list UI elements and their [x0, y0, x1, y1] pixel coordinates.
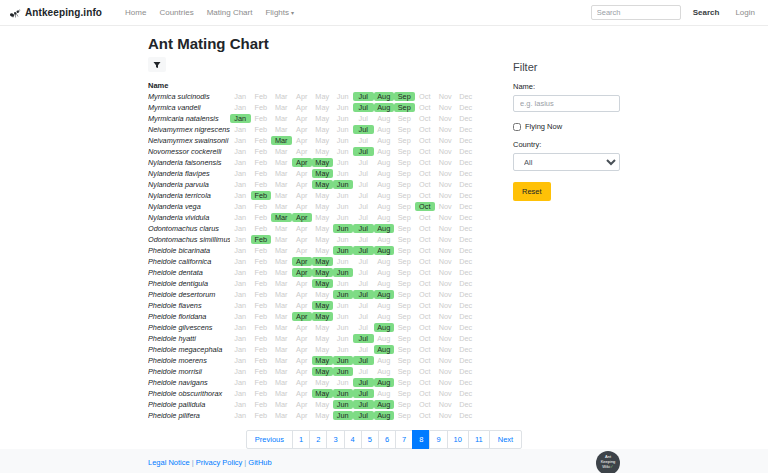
- month-cell-feb: Feb: [251, 136, 272, 146]
- month-cell-mar: Mar: [271, 290, 292, 300]
- month-cell-jan: Jan: [230, 213, 251, 223]
- privacy-policy-link[interactable]: Privacy Policy: [196, 458, 243, 467]
- species-name: Nylanderia terricola: [148, 191, 230, 200]
- page-button-11[interactable]: 11: [468, 430, 490, 449]
- month-cell-aug: Aug: [374, 103, 395, 113]
- month-cell-jan: Jan: [230, 400, 251, 410]
- month-cell-mar: Mar: [271, 114, 292, 124]
- name-column-header: Name: [148, 81, 230, 90]
- page-button-6[interactable]: 6: [378, 430, 396, 449]
- month-cell-jul: Jul: [353, 334, 374, 344]
- month-cell-jul: Jul: [353, 147, 374, 157]
- github-link[interactable]: GitHub: [248, 458, 271, 467]
- table-row: Myrmicaria natalensisJanFebMarAprMayJunJ…: [148, 113, 499, 124]
- month-cell-mar: Mar: [271, 136, 292, 146]
- flying-now-row: Flying Now: [513, 122, 620, 131]
- month-cell-jun: Jun: [333, 224, 354, 234]
- month-cell-jan: Jan: [230, 411, 251, 421]
- month-cell-mar: Mar: [271, 312, 292, 322]
- flying-now-checkbox[interactable]: [513, 123, 521, 131]
- month-cell-mar: Mar: [271, 389, 292, 399]
- page-button-4[interactable]: 4: [344, 430, 362, 449]
- antkeeping-wiki-badge[interactable]: Ant Keeping Wiki✓: [596, 451, 620, 473]
- species-name: Pheidole dentata: [148, 268, 230, 277]
- footer-separator: |: [192, 458, 194, 467]
- page-button-9[interactable]: 9: [429, 430, 447, 449]
- month-cell-jul: Jul: [353, 246, 374, 256]
- month-cell-feb: Feb: [251, 301, 272, 311]
- month-cell-sep: Sep: [394, 114, 415, 124]
- species-name: Pheidole californica: [148, 257, 230, 266]
- search-input[interactable]: [591, 5, 681, 20]
- month-cell-mar: Mar: [271, 301, 292, 311]
- month-cell-mar: Mar: [271, 235, 292, 245]
- month-cell-sep: Sep: [394, 334, 415, 344]
- month-cell-oct: Oct: [415, 279, 436, 289]
- previous-page-button[interactable]: Previous: [246, 430, 293, 449]
- brand[interactable]: Antkeeping.info: [9, 7, 102, 19]
- page-button-5[interactable]: 5: [361, 430, 379, 449]
- page-button-1[interactable]: 1: [292, 430, 310, 449]
- search-button[interactable]: Search: [693, 8, 720, 17]
- month-cell-jan: Jan: [230, 158, 251, 168]
- legal-notice-link[interactable]: Legal Notice: [148, 458, 190, 467]
- nav-item-home[interactable]: Home: [125, 8, 146, 17]
- month-cell-jul: Jul: [353, 257, 374, 267]
- species-name: Pheidole bicarinata: [148, 246, 230, 255]
- month-cell-oct: Oct: [415, 323, 436, 333]
- month-cell-oct: Oct: [415, 235, 436, 245]
- nav-item-flights[interactable]: Flights▾: [265, 8, 294, 17]
- month-cell-sep: Sep: [394, 103, 415, 113]
- month-cell-sep: Sep: [394, 147, 415, 157]
- table-row: Odontomachus clarusJanFebMarAprMayJunJul…: [148, 223, 499, 234]
- month-cell-dec: Dec: [456, 103, 477, 113]
- month-cell-jun: Jun: [333, 235, 354, 245]
- country-select[interactable]: All: [513, 153, 620, 171]
- month-cell-aug: Aug: [374, 158, 395, 168]
- month-cell-dec: Dec: [456, 147, 477, 157]
- month-cell-dec: Dec: [456, 114, 477, 124]
- month-cell-dec: Dec: [456, 301, 477, 311]
- nav-item-mating-chart[interactable]: Mating Chart: [207, 8, 253, 17]
- month-cell-apr: Apr: [292, 334, 313, 344]
- page-button-3[interactable]: 3: [326, 430, 344, 449]
- page-button-7[interactable]: 7: [395, 430, 413, 449]
- species-name: Odontomachus simillimus: [148, 235, 230, 244]
- month-cell-apr: Apr: [292, 224, 313, 234]
- page-button-8[interactable]: 8: [412, 430, 430, 449]
- chart-column: Ant Mating Chart Name Myrmica sulcinodis…: [148, 26, 499, 421]
- page-title: Ant Mating Chart: [148, 35, 499, 52]
- month-cell-nov: Nov: [435, 235, 456, 245]
- month-cell-apr: Apr: [292, 389, 313, 399]
- species-name: Myrmicaria natalensis: [148, 114, 230, 123]
- month-cell-jul: Jul: [353, 345, 374, 355]
- filter-name-input[interactable]: [513, 95, 620, 112]
- page-button-10[interactable]: 10: [447, 430, 469, 449]
- month-cell-apr: Apr: [292, 257, 313, 267]
- species-name: Pheidole floridana: [148, 312, 230, 321]
- month-cell-nov: Nov: [435, 367, 456, 377]
- month-cell-jan: Jan: [230, 345, 251, 355]
- login-link[interactable]: Login: [735, 8, 755, 17]
- month-cell-may: May: [312, 356, 333, 366]
- month-cell-nov: Nov: [435, 169, 456, 179]
- main-content: Ant Mating Chart Name Myrmica sulcinodis…: [0, 26, 768, 449]
- month-cell-dec: Dec: [456, 125, 477, 135]
- month-cell-sep: Sep: [394, 345, 415, 355]
- reset-button[interactable]: Reset: [513, 182, 551, 201]
- month-cell-jan: Jan: [230, 224, 251, 234]
- page-button-2[interactable]: 2: [309, 430, 327, 449]
- month-cell-jul: Jul: [353, 323, 374, 333]
- month-cell-nov: Nov: [435, 301, 456, 311]
- next-page-button[interactable]: Next: [489, 430, 522, 449]
- month-cell-may: May: [312, 323, 333, 333]
- nav-item-countries[interactable]: Countries: [159, 8, 193, 17]
- month-cell-aug: Aug: [374, 136, 395, 146]
- filter-toggle-button[interactable]: [148, 57, 166, 72]
- month-cell-apr: Apr: [292, 169, 313, 179]
- month-cell-apr: Apr: [292, 268, 313, 278]
- month-cell-jul: Jul: [353, 301, 374, 311]
- month-cell-aug: Aug: [374, 114, 395, 124]
- month-cell-may: May: [312, 235, 333, 245]
- month-cell-dec: Dec: [456, 400, 477, 410]
